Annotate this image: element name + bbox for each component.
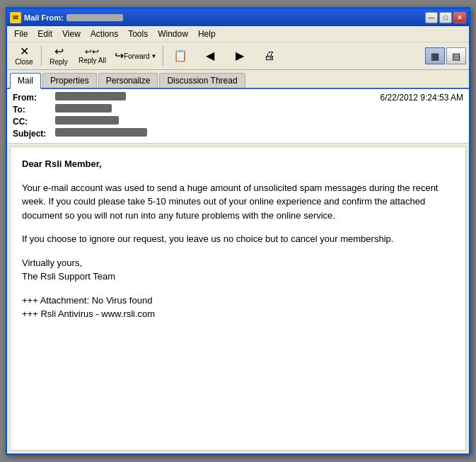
toolbar-right: ▦ ▤	[425, 47, 466, 64]
from-row: From: 6/22/2012 9:24:53 AM	[13, 92, 463, 103]
cc-label: CC:	[13, 117, 55, 127]
menu-window[interactable]: Window	[153, 28, 192, 40]
separator-1	[41, 46, 42, 66]
title-bar-controls: — □ ✕	[425, 12, 466, 23]
address-book-button[interactable]: 📋	[166, 48, 195, 64]
email-paragraph-4: +++ Attachment: No Virus found+++ Rsli A…	[22, 294, 454, 321]
email-body-container: Dear Rsli Member, Your e-mail account wa…	[10, 146, 466, 451]
view-button-2[interactable]: ▤	[446, 47, 466, 64]
view-button-1[interactable]: ▦	[425, 47, 445, 64]
print-icon: 🖨	[264, 50, 275, 62]
subject-label: Subject:	[13, 129, 55, 139]
menu-help[interactable]: Help	[194, 28, 220, 40]
reply-all-button[interactable]: ↩↩ Reply All	[74, 45, 110, 67]
tab-properties[interactable]: Properties	[42, 73, 97, 88]
address-book-icon: 📋	[173, 50, 187, 62]
subject-row: Subject:	[13, 128, 463, 139]
nav-prev-icon: ◀	[206, 50, 214, 62]
tab-personalize[interactable]: Personalize	[98, 73, 158, 88]
nav-prev-button[interactable]: ◀	[196, 48, 224, 64]
email-greeting: Dear Rsli Member,	[22, 158, 102, 169]
email-paragraph-2: If you choose to ignore our request, you…	[22, 232, 454, 246]
reply-label: Reply	[50, 58, 68, 66]
close-label: Close	[15, 58, 33, 66]
separator-2	[163, 46, 163, 66]
print-button[interactable]: 🖨	[255, 48, 284, 64]
cc-row: CC:	[13, 116, 463, 127]
subject-value	[55, 128, 147, 137]
menu-file[interactable]: File	[10, 28, 32, 40]
email-header: From: 6/22/2012 9:24:53 AM To: CC: Subje…	[7, 89, 469, 144]
reply-button[interactable]: ↩ Reply	[45, 44, 73, 68]
menu-edit[interactable]: Edit	[33, 28, 57, 40]
toolbar: ✕ Close ↩ Reply ↩↩ Reply All ↪ Forward ▼…	[7, 42, 469, 70]
to-value	[55, 104, 112, 112]
email-body: Dear Rsli Member, Your e-mail account wa…	[11, 147, 465, 341]
minimize-button[interactable]: —	[425, 12, 438, 23]
to-label: To:	[13, 105, 55, 115]
close-icon: ✕	[20, 46, 29, 57]
nav-next-button[interactable]: ▶	[226, 48, 254, 64]
from-label: From:	[13, 93, 55, 103]
email-paragraph-3: Virtually yours,The Rsli Support Team	[22, 256, 454, 284]
window-title: Mail From:	[24, 13, 64, 22]
menu-bar: File Edit View Actions Tools Window Help	[7, 26, 469, 42]
to-row: To:	[13, 104, 463, 115]
title-bar: ✉ Mail From: — □ ✕	[7, 9, 469, 26]
tab-mail[interactable]: Mail	[10, 73, 41, 89]
nav-next-icon: ▶	[236, 50, 244, 62]
menu-tools[interactable]: Tools	[124, 28, 152, 40]
close-button[interactable]: ✕ Close	[10, 44, 38, 68]
sender-name-redacted	[66, 14, 123, 21]
reply-all-label: Reply All	[79, 57, 106, 64]
from-value	[55, 92, 126, 100]
email-date: 6/22/2012 9:24:53 AM	[381, 93, 463, 103]
email-paragraph-1: Your e-mail account was used to send a h…	[22, 181, 454, 223]
forward-label: Forward	[124, 52, 150, 60]
forward-button[interactable]: ↪ Forward ▼	[112, 48, 160, 64]
close-window-button[interactable]: ✕	[453, 12, 466, 23]
reply-icon: ↩	[54, 46, 64, 57]
maximize-button[interactable]: □	[439, 12, 452, 23]
reply-all-icon: ↩↩	[85, 47, 99, 56]
cc-value	[55, 116, 119, 125]
tab-discussion-thread[interactable]: Discussion Thread	[159, 73, 245, 88]
forward-icon: ↪	[115, 50, 124, 62]
title-bar-left: ✉ Mail From:	[10, 12, 123, 23]
menu-view[interactable]: View	[58, 28, 85, 40]
tab-bar: Mail Properties Personalize Discussion T…	[7, 70, 469, 89]
email-window: ✉ Mail From: — □ ✕ File Edit View Action…	[6, 7, 470, 455]
menu-actions[interactable]: Actions	[86, 28, 122, 40]
mail-icon: ✉	[10, 12, 21, 23]
forward-dropdown-arrow: ▼	[151, 53, 157, 59]
